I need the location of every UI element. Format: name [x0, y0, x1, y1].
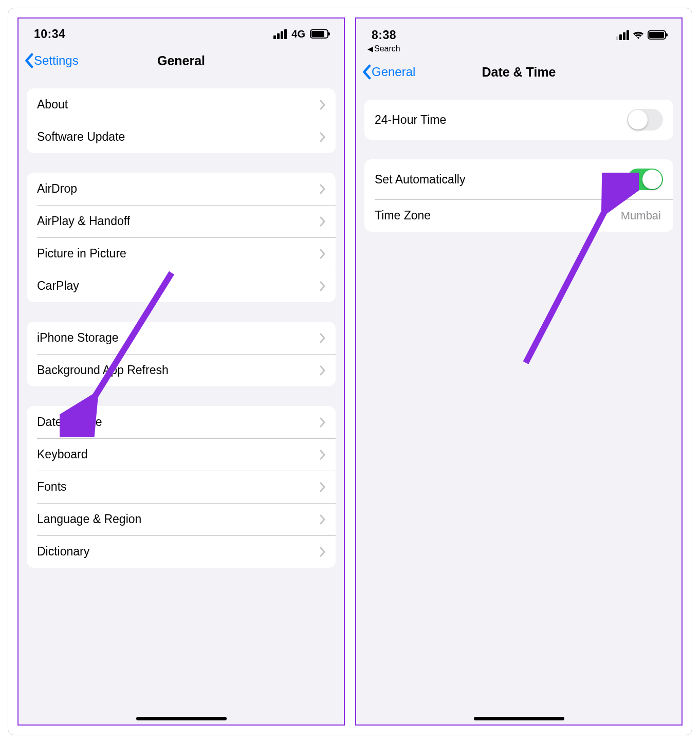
row-keyboard[interactable]: Keyboard [27, 438, 336, 471]
status-indicators [616, 30, 666, 40]
row-about[interactable]: About [27, 88, 336, 121]
back-button-general[interactable]: General [361, 64, 415, 80]
chevron-right-icon [319, 365, 325, 376]
chevron-right-icon [319, 417, 325, 428]
chevron-right-icon [319, 514, 325, 525]
row-label: Set Automatically [375, 173, 627, 187]
row-background-app-refresh[interactable]: Background App Refresh [27, 354, 336, 386]
row-label: Language & Region [37, 512, 319, 526]
row-time-zone[interactable]: Time Zone Mumbai [364, 199, 673, 232]
settings-group: Date & Time Keyboard Fonts Language & Re… [27, 406, 336, 568]
back-caret-icon: ◀ [367, 45, 373, 53]
back-label: Settings [34, 53, 79, 68]
status-time: 8:38 [372, 28, 396, 42]
chevron-left-icon [361, 64, 372, 80]
switch-24-hour-time[interactable] [627, 109, 663, 131]
chevron-right-icon [319, 450, 325, 460]
home-indicator[interactable] [474, 717, 564, 720]
comparison-container: 10:34 4G Settings General About [8, 8, 692, 735]
row-language-region[interactable]: Language & Region [27, 503, 336, 535]
settings-group: About Software Update [27, 88, 336, 153]
nav-header: Settings General [19, 44, 344, 77]
back-button-settings[interactable]: Settings [24, 53, 79, 68]
row-fonts[interactable]: Fonts [27, 471, 336, 503]
row-date-time[interactable]: Date & Time [27, 406, 336, 438]
chevron-right-icon [319, 216, 325, 227]
page-title: General [157, 53, 205, 68]
chevron-right-icon [319, 482, 325, 492]
row-label: AirDrop [37, 182, 319, 196]
row-value: Mumbai [621, 209, 661, 222]
phone-general: 10:34 4G Settings General About [17, 17, 345, 726]
row-label: Dictionary [37, 545, 319, 559]
row-label: Background App Refresh [37, 363, 319, 377]
network-type-label: 4G [291, 28, 305, 40]
switch-set-automatically[interactable] [627, 169, 663, 190]
settings-group: iPhone Storage Background App Refresh [27, 322, 336, 386]
row-label: AirPlay & Handoff [37, 214, 319, 228]
chevron-right-icon [319, 249, 325, 259]
settings-list[interactable]: 24-Hour Time Set Automatically Time Zone… [356, 88, 681, 725]
row-carplay[interactable]: CarPlay [27, 270, 336, 302]
home-indicator[interactable] [136, 717, 227, 720]
row-label: 24-Hour Time [375, 113, 627, 127]
status-time: 10:34 [34, 27, 65, 41]
chevron-right-icon [319, 281, 325, 291]
row-picture-in-picture[interactable]: Picture in Picture [27, 237, 336, 270]
chevron-right-icon [319, 100, 325, 110]
row-airdrop[interactable]: AirDrop [27, 173, 336, 205]
cellular-signal-icon [273, 29, 287, 39]
page-title: Date & Time [482, 65, 556, 80]
wifi-icon [632, 30, 644, 40]
back-label: General [372, 65, 415, 79]
settings-group: 24-Hour Time [364, 100, 673, 140]
settings-group: Set Automatically Time Zone Mumbai [364, 159, 673, 232]
row-label: iPhone Storage [37, 331, 319, 345]
row-label: Fonts [37, 480, 319, 494]
row-iphone-storage[interactable]: iPhone Storage [27, 322, 336, 354]
status-indicators: 4G [273, 28, 328, 40]
status-bar: 10:34 4G [19, 18, 344, 44]
row-label: Picture in Picture [37, 247, 319, 261]
row-label: About [37, 98, 319, 112]
battery-icon [310, 29, 328, 39]
nav-header: General Date & Time [356, 55, 681, 88]
phone-date-time: 8:38 ◀ Search General Date & Time [355, 17, 683, 726]
cellular-signal-icon [616, 30, 629, 40]
row-24-hour-time: 24-Hour Time [364, 100, 673, 140]
row-label: Date & Time [37, 415, 319, 429]
chevron-right-icon [319, 547, 325, 557]
row-label: Software Update [37, 130, 319, 144]
row-label: Keyboard [37, 448, 319, 461]
back-to-label: Search [374, 44, 400, 53]
chevron-right-icon [319, 184, 325, 194]
battery-icon [648, 30, 666, 40]
chevron-left-icon [24, 53, 34, 68]
row-label: CarPlay [37, 279, 319, 293]
chevron-right-icon [319, 333, 325, 343]
row-dictionary[interactable]: Dictionary [27, 535, 336, 568]
row-set-automatically: Set Automatically [364, 159, 673, 199]
row-label: Time Zone [375, 209, 621, 222]
settings-list[interactable]: About Software Update AirDrop AirPlay & … [19, 77, 344, 725]
status-bar: 8:38 [356, 18, 681, 44]
chevron-right-icon [319, 132, 325, 142]
row-software-update[interactable]: Software Update [27, 121, 336, 153]
settings-group: AirDrop AirPlay & Handoff Picture in Pic… [27, 173, 336, 302]
back-to-app[interactable]: ◀ Search [356, 44, 681, 55]
row-airplay-handoff[interactable]: AirPlay & Handoff [27, 205, 336, 237]
